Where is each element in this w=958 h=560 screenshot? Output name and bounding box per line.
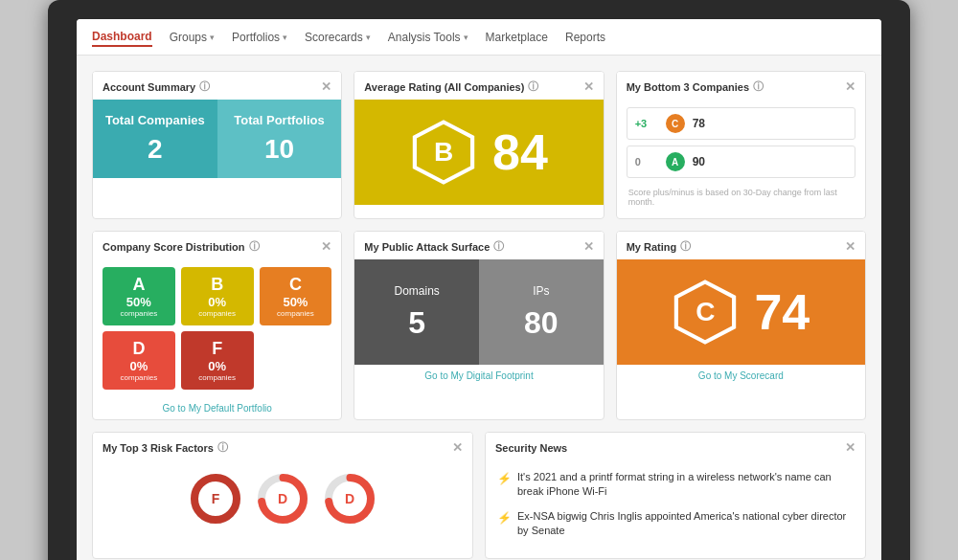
nav-scorecards[interactable]: Scorecards ▾ xyxy=(305,29,371,46)
dist-tile-b: B 0% companies xyxy=(181,267,254,325)
grade-badge-a: A xyxy=(666,152,685,171)
info-icon[interactable]: ⓘ xyxy=(528,79,538,94)
risk-factors-body: F D xyxy=(93,460,472,537)
close-icon[interactable]: ✕ xyxy=(321,239,331,254)
nav-dashboard[interactable]: Dashboard xyxy=(92,28,152,47)
widget-row-1: Account Summary ⓘ ✕ Total Companies 2 xyxy=(92,71,866,219)
attack-surface-link[interactable]: Go to My Digital Footprint xyxy=(354,365,603,387)
dashboard: Account Summary ⓘ ✕ Total Companies 2 xyxy=(77,56,881,560)
domains-label: Domains xyxy=(394,284,439,298)
security-news-header: Security News ✕ xyxy=(486,433,865,460)
score-change-2: 0 xyxy=(635,156,658,168)
avg-rating-score: 84 xyxy=(492,123,548,181)
laptop-container: Dashboard Groups ▾ Portfolios ▾ Scorecar… xyxy=(48,0,910,560)
nav-groups[interactable]: Groups ▾ xyxy=(170,29,215,46)
close-icon[interactable]: ✕ xyxy=(452,440,463,455)
info-icon[interactable]: ⓘ xyxy=(199,79,210,94)
attack-surface-title: My Public Attack Surface xyxy=(364,241,490,253)
close-icon[interactable]: ✕ xyxy=(845,440,855,455)
score-dist-body: A 50% companies B 0% companies xyxy=(93,259,341,397)
total-companies-value: 2 xyxy=(148,134,163,165)
score-change-1: +3 xyxy=(635,118,658,129)
account-summary-body: Total Companies 2 Total Portfolios 10 xyxy=(93,100,341,178)
chevron-icon: ▾ xyxy=(464,33,468,42)
news-bullet-icon: ⚡ xyxy=(497,510,512,526)
nav-analysis[interactable]: Analysis Tools ▾ xyxy=(388,29,468,46)
close-icon[interactable]: ✕ xyxy=(321,79,331,94)
close-icon[interactable]: ✕ xyxy=(583,239,594,254)
svg-text:F: F xyxy=(212,491,220,506)
news-bullet-icon: ⚡ xyxy=(497,471,512,487)
attack-surface-header: My Public Attack Surface ⓘ ✕ xyxy=(354,232,603,259)
screen-bezel: Dashboard Groups ▾ Portfolios ▾ Scorecar… xyxy=(48,0,910,560)
avg-rating-title: Average Rating (All Companies) xyxy=(364,81,524,93)
dist-tile-d: D 0% companies xyxy=(103,331,175,390)
ips-label: IPs xyxy=(533,284,549,298)
total-portfolios-tile: Total Portfolios 10 xyxy=(217,100,342,178)
score-dist-title: Company Score Distribution xyxy=(103,241,245,253)
svg-text:D: D xyxy=(345,491,354,506)
my-rating-body: C 74 xyxy=(617,259,865,365)
nav-portfolios[interactable]: Portfolios ▾ xyxy=(232,29,287,46)
chevron-icon: ▾ xyxy=(283,33,287,42)
my-grade-letter: C xyxy=(696,297,715,327)
dist-tile-c: C 50% companies xyxy=(260,267,332,325)
bottom3-title: My Bottom 3 Companies xyxy=(627,81,749,93)
nav-marketplace[interactable]: Marketplace xyxy=(486,29,548,46)
nav-bar: Dashboard Groups ▾ Portfolios ▾ Scorecar… xyxy=(77,19,881,56)
bottom3-body: +3 C 78 0 A 90 Score plus/minus is based… xyxy=(617,100,865,218)
account-summary-title: Account Summary xyxy=(103,81,195,93)
account-summary-widget: Account Summary ⓘ ✕ Total Companies 2 xyxy=(92,71,342,219)
screen: Dashboard Groups ▾ Portfolios ▾ Scorecar… xyxy=(77,19,881,560)
total-portfolios-label: Total Portfolios xyxy=(234,113,324,128)
avg-rating-widget: Average Rating (All Companies) ⓘ ✕ B xyxy=(354,71,604,219)
risk-donut-3: D xyxy=(321,470,378,527)
my-rating-title: My Rating xyxy=(627,241,677,253)
info-icon[interactable]: ⓘ xyxy=(493,239,504,254)
info-icon[interactable]: ⓘ xyxy=(249,239,260,254)
bottom3-header: My Bottom 3 Companies ⓘ ✕ xyxy=(617,72,865,100)
dist-tile-f: F 0% companies xyxy=(181,331,254,390)
avg-rating-body: B 84 xyxy=(354,100,603,205)
security-news-title: Security News xyxy=(495,442,567,454)
account-summary-header: Account Summary ⓘ ✕ xyxy=(93,72,341,100)
ips-tile: IPs 80 xyxy=(479,259,604,365)
dist-tile-a: A 50% companies xyxy=(103,267,175,325)
security-news-body: ⚡ It's 2021 and a printf format string i… xyxy=(486,460,865,558)
my-rating-header: My Rating ⓘ ✕ xyxy=(617,232,865,259)
company-score-2: 90 xyxy=(693,155,705,168)
total-companies-label: Total Companies xyxy=(105,113,205,128)
info-icon[interactable]: ⓘ xyxy=(753,79,764,94)
bottom3-widget: My Bottom 3 Companies ⓘ ✕ +3 C 78 xyxy=(616,71,866,219)
my-grade-badge: C xyxy=(672,279,739,346)
info-icon[interactable]: ⓘ xyxy=(217,440,228,455)
risk-donut-2: D xyxy=(254,470,311,527)
nav-reports[interactable]: Reports xyxy=(565,29,605,46)
news-text-2: Ex-NSA bigwig Chris Inglis appointed Ame… xyxy=(517,509,854,539)
widget-row-2: Company Score Distribution ⓘ ✕ A 50% com… xyxy=(92,231,866,420)
widget-row-3: My Top 3 Risk Factors ⓘ ✕ xyxy=(92,432,866,559)
bottom3-item-2: 0 A 90 xyxy=(627,146,855,178)
chevron-icon: ▾ xyxy=(366,33,371,42)
risk-factors-title: My Top 3 Risk Factors xyxy=(103,442,214,454)
domains-value: 5 xyxy=(408,305,425,341)
grade-badge-b: B xyxy=(410,119,477,186)
score-dist-link[interactable]: Go to My Default Portfolio xyxy=(93,397,341,419)
score-dist-header: Company Score Distribution ⓘ ✕ xyxy=(93,232,341,259)
risk-factors-widget: My Top 3 Risk Factors ⓘ ✕ xyxy=(92,432,473,559)
risk-factors-header: My Top 3 Risk Factors ⓘ ✕ xyxy=(93,433,472,460)
my-rating-score: 74 xyxy=(754,283,810,341)
security-news-widget: Security News ✕ ⚡ It's 2021 and a printf… xyxy=(485,432,866,559)
close-icon[interactable]: ✕ xyxy=(845,79,855,94)
ips-value: 80 xyxy=(524,305,559,341)
my-rating-link[interactable]: Go to My Scorecard xyxy=(617,365,865,387)
bottom3-item-1: +3 C 78 xyxy=(627,107,855,140)
close-icon[interactable]: ✕ xyxy=(583,79,594,94)
total-companies-tile: Total Companies 2 xyxy=(93,100,217,178)
domains-tile: Domains 5 xyxy=(354,259,479,365)
info-icon[interactable]: ⓘ xyxy=(680,239,691,254)
grade-badge-c: C xyxy=(666,114,685,133)
close-icon[interactable]: ✕ xyxy=(845,239,855,254)
avg-grade-letter: B xyxy=(434,137,453,168)
chevron-icon: ▾ xyxy=(210,33,215,42)
